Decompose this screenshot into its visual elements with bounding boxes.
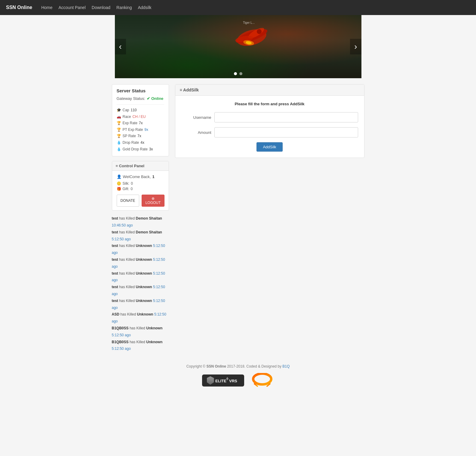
server-stat-pt-exp-rate: 🏆PT Exp Rate 9x xyxy=(117,127,164,133)
victim-name: Unknown xyxy=(146,340,162,344)
svg-text:VRS: VRS xyxy=(229,379,237,383)
shield-icon xyxy=(207,376,214,385)
gift-row: 🎁 Gift: 0 xyxy=(117,187,164,191)
nav-links: HomeAccount PanelDownloadRankingAddsilk xyxy=(41,5,151,10)
kill-mid: has Killed xyxy=(130,340,145,344)
username-label: Username xyxy=(181,115,211,120)
silk-icon: 🪙 xyxy=(117,181,121,186)
addsilk-button[interactable]: AddSilk xyxy=(256,142,282,152)
username-row: Username xyxy=(181,112,358,122)
main-content: Server Status Gateway Status: ✔ Online 🎓… xyxy=(112,84,364,352)
kill-mid: has Killed xyxy=(119,271,135,276)
kill-mid: has Killed xyxy=(119,216,135,220)
stat-value: 9x xyxy=(144,127,148,133)
kill-entry-8: B1QB0SS has Killed Unknown 5:12:50 ago xyxy=(112,325,169,339)
server-stat-drop-rate: 💧Drop Rate 4x xyxy=(117,140,164,146)
killer-name: test xyxy=(112,285,118,289)
kill-entry-7: ASD has Killed Unknown 5:12:50 ago xyxy=(112,311,169,325)
elitepvrs-text: ELITE VRS xyxy=(215,376,239,385)
stat-value: 110 xyxy=(131,107,137,114)
kill-mid: has Killed xyxy=(119,230,135,234)
victim-name: Unknown xyxy=(136,257,152,262)
stat-label: PT Exp Rate xyxy=(123,127,143,133)
kill-entry-4: test has Killed Unknown 5:12:50 ago xyxy=(112,270,169,284)
svg-point-4 xyxy=(257,29,262,34)
kill-time: 5:12:50 ago xyxy=(112,347,131,351)
amount-row: Amount xyxy=(181,127,358,137)
svg-marker-8 xyxy=(226,377,229,381)
nav-link-home[interactable]: Home xyxy=(41,5,52,10)
stat-label: Race xyxy=(123,114,131,120)
stat-value: 3x xyxy=(149,146,153,153)
kill-entry-0: test has Killed Demon Shaitan 10:46:50 a… xyxy=(112,215,169,229)
welcome-name: 1 xyxy=(152,174,154,179)
gateway-status: Gateway Status: ✔ Online xyxy=(117,96,164,101)
kill-feed: test has Killed Demon Shaitan 10:46:50 a… xyxy=(112,215,169,352)
addsilk-body: Please fill the form and press AddSilk U… xyxy=(175,96,364,158)
kill-time: 5:12:50 ago xyxy=(112,333,131,337)
control-panel-box: ≡ Control Panel 👤 WelCome Back, 1 🪙 Silk… xyxy=(112,161,169,211)
slider-dot-1[interactable] xyxy=(234,72,237,75)
silk-value: 0 xyxy=(131,181,133,186)
gateway-value: ✔ Online xyxy=(147,96,163,101)
stat-icon: 🚗 xyxy=(117,114,121,120)
victim-name: Unknown xyxy=(136,244,152,248)
amount-label: Amount xyxy=(181,130,211,135)
donate-button[interactable]: DONATE xyxy=(117,195,139,207)
stat-icon: 🎓 xyxy=(117,107,121,114)
killer-name: test xyxy=(112,230,118,234)
navbar-brand[interactable]: SSN Online xyxy=(6,5,32,10)
stat-icon: 🏆 xyxy=(117,127,121,133)
kill-mid: has Killed xyxy=(119,299,135,303)
amount-input[interactable] xyxy=(214,127,358,137)
slider-dots xyxy=(234,72,242,75)
kill-time: 5:12:50 ago xyxy=(112,237,131,241)
server-stat-cap: 🎓Cap 110 xyxy=(117,107,164,114)
divider xyxy=(117,104,164,105)
stat-value: 4x xyxy=(140,140,144,146)
footer-brand: SSN Online xyxy=(207,364,226,368)
logout-button[interactable]: ⊗ LOGOUT xyxy=(142,195,165,207)
kill-entry-5: test has Killed Unknown 5:12:50 ago xyxy=(112,284,169,297)
gift-value: 0 xyxy=(131,187,133,191)
silk-label: Silk: xyxy=(123,181,130,186)
victim-name: Unknown xyxy=(136,271,152,276)
slider-dot-2[interactable] xyxy=(239,72,242,75)
stat-value: CH / EU xyxy=(133,114,146,120)
game-label: Tiger L... xyxy=(243,21,255,24)
slider-next-button[interactable]: › xyxy=(350,39,361,54)
person-icon: 👤 xyxy=(117,174,121,179)
kill-entry-6: test has Killed Unknown 5:12:50 ago xyxy=(112,297,169,311)
footer-designer-link[interactable]: B1Q xyxy=(282,364,290,368)
hero-slider: Tiger L... ‹ › xyxy=(115,15,361,78)
elitepvrs-logo: ELITE VRS xyxy=(202,374,244,387)
kill-mid: has Killed xyxy=(119,285,135,289)
killer-name: ASD xyxy=(112,312,119,316)
username-input[interactable] xyxy=(214,112,358,122)
victim-name: Unknown xyxy=(137,312,153,316)
stat-label: Gold Drop Rate xyxy=(123,146,148,153)
killer-name: test xyxy=(112,216,118,220)
footer-copyright: Copyright © SSN Online 2017-2018. Coded … xyxy=(186,364,290,368)
stat-icon: 🏆 xyxy=(117,120,121,127)
silk-row: 🪙 Silk: 0 xyxy=(117,181,164,186)
nav-link-account-panel[interactable]: Account Panel xyxy=(58,5,85,10)
victim-name: Demon Shaitan xyxy=(136,216,162,220)
kill-mid: has Killed xyxy=(130,326,145,330)
kill-entry-2: test has Killed Unknown 5:12:50 ago xyxy=(112,242,169,256)
killer-name: test xyxy=(112,257,118,262)
omega-logo xyxy=(250,373,274,388)
svg-text:ELITE: ELITE xyxy=(215,379,226,383)
kill-entry-3: test has Killed Unknown 5:12:50 ago xyxy=(112,256,169,270)
slider-prev-button[interactable]: ‹ xyxy=(115,39,126,54)
nav-link-ranking[interactable]: Ranking xyxy=(116,5,132,10)
panel-buttons: DONATE ⊗ LOGOUT xyxy=(117,195,164,207)
gateway-label: Gateway Status: xyxy=(117,96,145,101)
server-status-box: Server Status Gateway Status: ✔ Online 🎓… xyxy=(112,84,169,156)
check-icon: ✔ xyxy=(147,96,150,101)
nav-link-addsilk[interactable]: Addsilk xyxy=(138,5,151,10)
kill-entry-9: B1QB0SS has Killed Unknown 5:12:50 ago xyxy=(112,339,169,353)
slider-image: Tiger L... xyxy=(115,15,361,78)
gateway-online-text: Online xyxy=(151,96,163,101)
nav-link-download[interactable]: Download xyxy=(92,5,110,10)
